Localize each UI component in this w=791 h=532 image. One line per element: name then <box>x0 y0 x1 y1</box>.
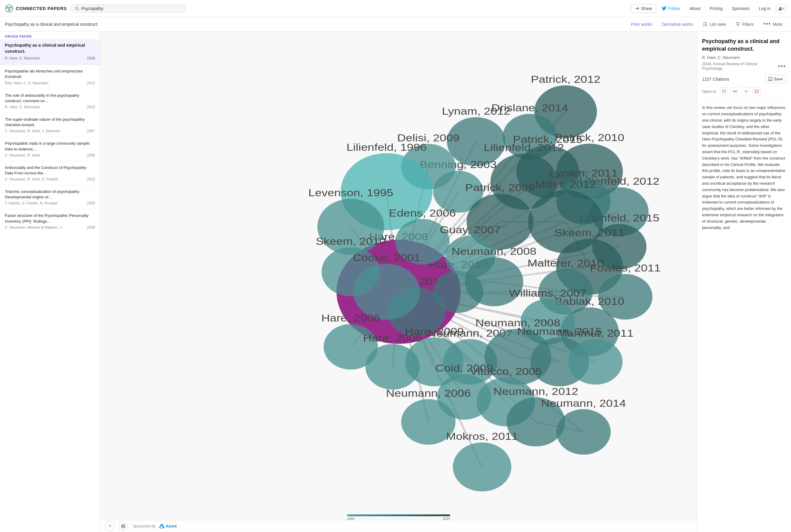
target-button[interactable] <box>118 521 128 531</box>
graph-node[interactable]: Cooke, 2001 <box>353 252 420 320</box>
paper-item-authors: C. Neumann, R. Hare, J. Newman <box>5 129 60 133</box>
subheader-right: Prior works Derivative works List view F… <box>627 19 786 29</box>
list-item[interactable]: Psychopathie als klinisches und empirisc… <box>0 65 100 89</box>
prior-works-button[interactable]: Prior works <box>627 20 656 28</box>
avatar-button[interactable]: ▾ <box>776 3 786 14</box>
open-in-mendeley-icon[interactable] <box>753 87 761 95</box>
origin-paper-label: Origin paper <box>0 32 100 39</box>
main-layout: Origin paper Psychopathy as a clinical a… <box>0 32 791 532</box>
login-button[interactable]: Log in <box>755 4 774 13</box>
graph-node-label: Lynam, 2011 <box>549 167 618 179</box>
list-item[interactable]: The super-ordinate nature of the psychop… <box>0 113 100 137</box>
user-icon <box>778 6 783 11</box>
right-panel-open-in: Open in: doi <box>702 87 786 95</box>
svg-point-89 <box>465 257 523 306</box>
paper-item-year: 2010 <box>87 105 95 109</box>
graph-node-label: Guay, 2007 <box>440 224 500 235</box>
graph-area[interactable]: Hare, 2008Hare, 2013Hare, 2010Patrick, 2… <box>100 32 697 532</box>
list-item[interactable]: Psychopathic traits in a large community… <box>0 137 100 161</box>
about-button[interactable]: About <box>686 4 704 13</box>
svg-point-104 <box>556 409 611 455</box>
origin-paper-card[interactable]: Psychopathy as a clinical and empirical … <box>0 39 100 65</box>
paper-item-year: 2007 <box>87 129 95 133</box>
graph-node-label: Williams, 2007 <box>509 287 587 299</box>
paper-item-title: Psychopathic traits in a large community… <box>5 141 95 152</box>
paper-item-title: The super-ordinate nature of the psychop… <box>5 117 95 128</box>
svg-point-105 <box>453 442 512 492</box>
origin-paper-title: Psychopathy as a clinical and empirical … <box>5 42 95 54</box>
paper-item-title: Antisociality and the Construct of Psych… <box>5 165 95 176</box>
graph-node-label: Mokros, 2011 <box>446 431 518 442</box>
list-item[interactable]: Triarchic conceptualization of psychopat… <box>0 185 100 209</box>
citations-count: 1237 Citations <box>702 77 729 81</box>
share-button[interactable]: Share <box>631 4 656 13</box>
paper-item-title: The role of antisociality in the psychop… <box>5 93 95 104</box>
graph-node-label: Neumann, 2006 <box>386 387 471 399</box>
paper-item-year: 2015 <box>87 177 95 182</box>
graph-node[interactable]: Mokros, 2011 <box>446 431 518 491</box>
paper-item-title: Triarchic conceptualization of psychopat… <box>5 189 95 200</box>
search-input[interactable] <box>81 6 181 11</box>
logo-icon <box>5 4 13 13</box>
follow-button[interactable]: Follow <box>658 4 684 13</box>
right-panel-authors: R. Hare, C. Neumann <box>702 55 786 60</box>
header: CONNECTED PAPERS Share Follow About Pric… <box>0 0 791 17</box>
paper-options-button[interactable]: ••• <box>778 63 786 70</box>
list-item[interactable]: Antisociality and the Construct of Psych… <box>0 162 100 185</box>
right-panel-citations: 1237 Citations Save <box>702 75 786 83</box>
svg-line-8 <box>78 9 79 10</box>
svg-marker-114 <box>160 528 163 529</box>
target-icon <box>121 524 126 529</box>
right-panel-title: Psychopathy as a clinical and empirical … <box>702 38 786 53</box>
open-in-doi-icon[interactable]: doi <box>731 87 739 95</box>
subheader: Psychopathy as a clinical and empirical … <box>0 17 791 32</box>
svg-marker-112 <box>159 524 162 528</box>
svg-marker-113 <box>162 524 165 528</box>
bookmark-icon <box>769 77 772 81</box>
graph-footer: ? Sponsored by Azure <box>100 520 697 532</box>
pricing-button[interactable]: Pricing <box>706 4 726 13</box>
paper-item-year: 2008 <box>87 153 95 157</box>
graph-node-label: Hare, 2006 <box>321 312 380 324</box>
open-in-scholar-icon[interactable] <box>720 87 728 95</box>
graph-node-label: Mahmut, 2011 <box>557 327 633 339</box>
paper-item-authors: C. Neumann, R. Hare, D. Pardini <box>5 177 58 182</box>
paper-item-year: 2013 <box>87 81 95 85</box>
share-icon <box>635 6 639 11</box>
search-icon <box>75 6 79 11</box>
graph-node-label: Miller, 2012 <box>535 179 596 190</box>
sidebar: Origin paper Psychopathy as a clinical a… <box>0 32 100 532</box>
graph-node-label: Edens, 2006 <box>389 207 456 219</box>
azure-logo[interactable]: Azure <box>159 524 177 529</box>
graph-node-label: Levenson, 1995 <box>308 187 393 198</box>
derivative-works-button[interactable]: Derivative works <box>658 20 697 28</box>
mendeley-icon <box>755 89 759 93</box>
search-bar[interactable] <box>70 4 186 13</box>
help-button[interactable]: ? <box>105 521 115 531</box>
graph-node-label: Patrick, 2012 <box>531 74 601 85</box>
paper-item-title: Factor structure of the Psychopathic Per… <box>5 213 95 224</box>
save-button[interactable]: Save <box>765 75 786 83</box>
open-in-label: Open in: <box>702 89 717 94</box>
open-in-google-scholar-icon[interactable] <box>742 87 750 95</box>
paper-item-authors: T. Patrick, D. Fowles, R. Krueger <box>5 201 58 205</box>
graph-node-label: Neumann, 2008 <box>452 246 537 257</box>
list-view-button[interactable]: List view <box>699 20 729 28</box>
graph-node-label: Patrick, 2009 <box>465 182 535 193</box>
right-panel: Psychopathy as a clinical and empirical … <box>697 32 791 532</box>
more-button[interactable]: ••• More <box>760 19 786 29</box>
graph-node-label: Lilienfeld, 1996 <box>346 141 426 153</box>
sponsors-button[interactable]: Sponsors <box>728 4 753 13</box>
logo-text: CONNECTED PAPERS <box>16 6 67 11</box>
list-item[interactable]: Factor structure of the Psychopathic Per… <box>0 209 100 233</box>
sponsored-by-text: Sponsored by <box>133 524 155 528</box>
list-item[interactable]: The role of antisociality in the psychop… <box>0 89 100 113</box>
graph-nodes[interactable]: Hare, 2008Hare, 2013Hare, 2010Patrick, 2… <box>308 74 661 491</box>
graph-svg: Hare, 2008Hare, 2013Hare, 2010Patrick, 2… <box>100 32 697 532</box>
timeline: 1995 2015 <box>347 514 450 517</box>
graph-node-label: Neumann, 2014 <box>541 398 626 409</box>
list-view-icon <box>703 22 707 26</box>
graph-node-label: Skeem, 2010 <box>316 236 386 247</box>
paper-item-year: 2008 <box>87 225 95 230</box>
filters-button[interactable]: Filters <box>732 20 757 28</box>
